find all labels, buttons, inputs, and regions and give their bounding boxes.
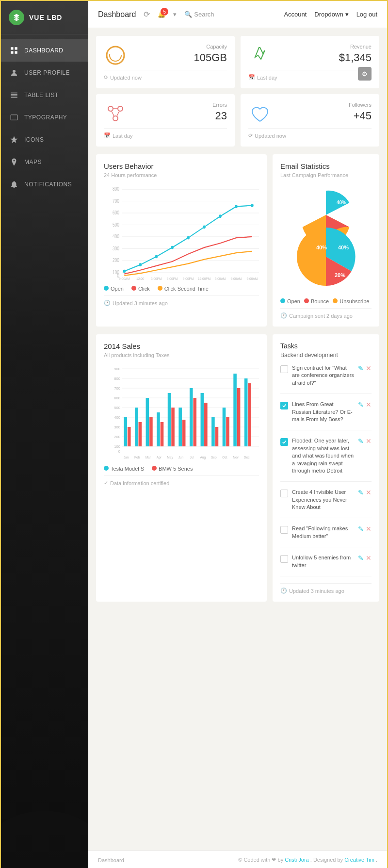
header-search[interactable]: 🔍 Search xyxy=(184,11,214,18)
task-delete-5[interactable]: ✕ xyxy=(366,525,372,533)
pin-icon xyxy=(9,157,19,167)
logo-icon xyxy=(9,10,24,25)
task-checkbox-1[interactable] xyxy=(280,365,288,373)
task-delete-1[interactable]: ✕ xyxy=(366,364,372,372)
sidebar-item-label-table: TABLE LIST xyxy=(24,92,59,98)
sidebar-item-maps[interactable]: MAPS xyxy=(1,151,88,173)
sales-footer: ✓ Data information certified xyxy=(104,475,259,486)
tasks-footer: 🕐 Updated 3 minutes ago xyxy=(280,583,372,594)
svg-rect-7 xyxy=(11,96,17,97)
task-checkbox-3[interactable] xyxy=(280,438,288,446)
sidebar-item-typography[interactable]: TYPOGRAPHY xyxy=(1,106,88,129)
sidebar-item-dashboard[interactable]: DASHBOARD xyxy=(1,39,88,62)
header: Dashboard ⟳ 🔔 5 ▾ 🔍 Search Account Dropd… xyxy=(88,1,387,28)
main-content: Dashboard ⟳ 🔔 5 ▾ 🔍 Search Account Dropd… xyxy=(88,1,387,868)
task-item-2: Lines From Great Russian Literature? Or … xyxy=(280,401,372,430)
svg-rect-83 xyxy=(146,398,149,446)
svg-text:400: 400 xyxy=(114,415,120,420)
task-edit-3[interactable]: ✎ xyxy=(358,437,364,445)
svg-rect-93 xyxy=(201,393,204,446)
email-stats-card: Email Statistics Last Campaign Performan… xyxy=(273,154,379,327)
pie-legend-open: Open xyxy=(280,298,300,304)
task-text-5: Read "Following makes Medium better" xyxy=(292,525,354,540)
search-icon: 🔍 xyxy=(184,11,192,18)
task-edit-6[interactable]: ✎ xyxy=(358,554,364,562)
task-delete-6[interactable]: ✕ xyxy=(366,554,372,562)
logo-text: VUE LBD xyxy=(29,14,62,21)
svg-point-42 xyxy=(203,226,206,229)
svg-text:900: 900 xyxy=(114,367,120,371)
bar-chart: 900 800 700 600 500 400 300 200 100 0 xyxy=(104,364,259,461)
followers-icon xyxy=(248,102,272,125)
header-logout[interactable]: Log out xyxy=(356,11,377,18)
task-checkbox-6[interactable] xyxy=(280,555,288,563)
svg-rect-81 xyxy=(135,408,138,446)
sidebar: VUE LBD DASHBOARD USER PROFILE TABLE LIS… xyxy=(1,1,88,868)
svg-rect-92 xyxy=(193,398,196,446)
task-edit-2[interactable]: ✎ xyxy=(358,401,364,409)
settings-button[interactable]: ⚙ xyxy=(358,67,372,81)
header-bell[interactable]: 🔔 5 xyxy=(158,11,165,18)
notification-badge: 5 xyxy=(161,8,168,16)
refresh-small-icon2: ⟳ xyxy=(248,132,253,139)
list-icon xyxy=(9,90,19,100)
svg-rect-2 xyxy=(15,51,17,54)
task-checkbox-2[interactable] xyxy=(280,402,288,409)
svg-text:Apr: Apr xyxy=(157,456,162,459)
sidebar-item-label-dashboard: DASHBOARD xyxy=(24,47,64,54)
footer-designer-link[interactable]: Creative Tim xyxy=(344,857,374,863)
email-stats-subtitle: Last Campaign Performance xyxy=(280,172,372,178)
sidebar-item-notifications[interactable]: NOTIFICATIONS xyxy=(1,173,88,196)
sidebar-logo: VUE LBD xyxy=(1,1,88,34)
sidebar-nav: DASHBOARD USER PROFILE TABLE LIST TYPOGR… xyxy=(1,34,88,200)
sales-title: 2014 Sales xyxy=(104,342,259,350)
task-checkbox-4[interactable] xyxy=(280,490,288,497)
pie-legend: Open Bounce Unsubscribe xyxy=(280,298,372,304)
footer-copyright: © Coded with ❤ by Cristi Jora . Designed… xyxy=(238,857,377,863)
svg-text:100: 100 xyxy=(114,444,120,449)
header-account[interactable]: Account xyxy=(284,11,307,18)
svg-text:3:00AM: 3:00AM xyxy=(215,276,226,281)
header-dropdown[interactable]: Dropdown ▾ xyxy=(314,11,348,18)
line-chart-legend: Open Click Click Second Time xyxy=(104,286,259,292)
legend-click: Click xyxy=(131,286,150,292)
task-delete-3[interactable]: ✕ xyxy=(366,437,372,445)
tasks-card: Tasks Backend development Sign contract … xyxy=(273,334,379,602)
pie-legend-unsub: Unsubscribe xyxy=(333,298,369,304)
footer-author-link[interactable]: Cristi Jora xyxy=(285,857,309,863)
clock-icon3: 🕐 xyxy=(280,588,287,594)
task-item-6: Unfollow 5 enemies from twitter ✎ ✕ xyxy=(280,554,372,576)
task-delete-4[interactable]: ✕ xyxy=(366,489,372,496)
task-checkbox-5[interactable] xyxy=(280,526,288,534)
sidebar-item-label-maps: MAPS xyxy=(24,159,42,165)
errors-footer: 📅 Last day xyxy=(104,128,227,139)
tasks-title: Tasks xyxy=(280,342,372,350)
task-edit-5[interactable]: ✎ xyxy=(358,525,364,533)
svg-rect-8 xyxy=(11,97,17,98)
svg-text:300: 300 xyxy=(114,425,120,429)
svg-text:500: 500 xyxy=(113,222,119,228)
line-chart: 800 700 600 500 400 300 200 100 0 xyxy=(104,184,259,281)
svg-text:40%: 40% xyxy=(316,245,327,250)
svg-text:6:00AM: 6:00AM xyxy=(231,276,242,281)
behavior-footer: 🕐 Updated 3 minutes ago xyxy=(104,295,259,306)
task-delete-2[interactable]: ✕ xyxy=(366,401,372,409)
clock-icon: 🕐 xyxy=(104,300,111,306)
legend-tesla: Tesla Model S xyxy=(104,466,144,472)
legend-bmw: BMW 5 Series xyxy=(152,466,193,472)
svg-rect-80 xyxy=(128,427,131,446)
svg-point-43 xyxy=(219,214,222,218)
svg-text:0: 0 xyxy=(118,449,120,454)
sidebar-item-icons[interactable]: ICONS xyxy=(1,129,88,151)
svg-point-38 xyxy=(139,263,142,266)
sidebar-item-table-list[interactable]: TABLE LIST xyxy=(1,84,88,106)
pie-chart-2: 40% 40% 20% xyxy=(280,223,372,291)
refresh-icon[interactable]: ⟳ xyxy=(144,10,150,19)
svg-rect-6 xyxy=(11,94,17,95)
page-footer: Dashboard © Coded with ❤ by Cristi Jora … xyxy=(88,851,387,868)
bottom-grid: 2014 Sales All products including Taxes xyxy=(96,334,379,602)
task-edit-4[interactable]: ✎ xyxy=(358,489,364,496)
svg-rect-94 xyxy=(204,403,208,446)
task-edit-1[interactable]: ✎ xyxy=(358,364,364,372)
sidebar-item-user-profile[interactable]: USER PROFILE xyxy=(1,62,88,84)
